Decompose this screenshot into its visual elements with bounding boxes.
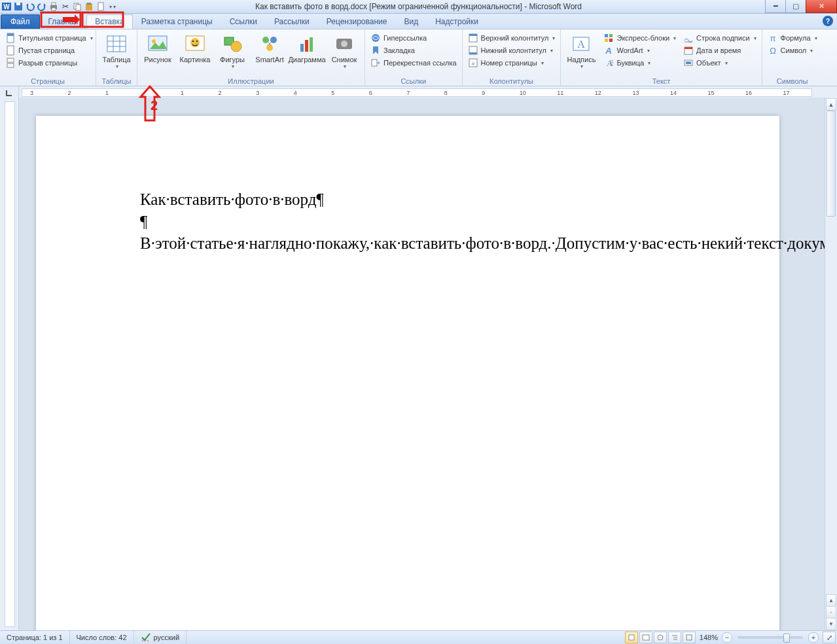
symbol-icon: Ω — [768, 45, 778, 56]
table-button[interactable]: Таблица — [99, 31, 134, 77]
page-viewport[interactable]: Как·вставить·фото·в·ворд¶ ¶ В·этой·стать… — [19, 98, 825, 631]
clipart-button[interactable]: Картинка — [177, 31, 213, 77]
tab-references[interactable]: Ссылки — [221, 14, 266, 29]
wordart-icon: A — [603, 45, 614, 56]
bookmark-button[interactable]: Закладка — [368, 45, 459, 56]
object-browse-prev[interactable]: ▲ — [826, 594, 836, 607]
header-button[interactable]: Верхний колонтитул — [465, 32, 558, 44]
zoom-in-button[interactable]: + — [808, 632, 819, 643]
scroll-thumb[interactable] — [827, 111, 836, 217]
group-links: Гиперссылка Закладка Перекрестная ссылка… — [365, 29, 463, 86]
view-web[interactable] — [654, 632, 667, 643]
zoom-slider[interactable] — [738, 636, 803, 639]
crossref-button[interactable]: Перекрестная ссылка — [368, 57, 459, 69]
status-words[interactable]: Число слов: 42 — [70, 631, 134, 644]
help-icon[interactable]: ? — [823, 16, 833, 26]
ribbon: Титульная страница Пустая страница Разры… — [0, 29, 837, 86]
scroll-up-button[interactable]: ▲ — [826, 98, 836, 111]
doc-paragraph[interactable]: В·этой·статье·я·наглядно·покажу,·как·вст… — [140, 234, 740, 254]
svg-rect-50 — [605, 39, 608, 42]
close-button[interactable]: ✕ — [806, 0, 837, 13]
svg-rect-35 — [310, 37, 313, 52]
status-lang-label: русский — [154, 634, 179, 641]
footer-label: Нижний колонтитул — [481, 46, 546, 54]
svg-rect-65 — [629, 635, 634, 640]
tab-addins[interactable]: Надстройки — [427, 14, 487, 29]
vertical-scrollbar[interactable]: ▲ ▲ ◦ ▼ — [825, 98, 837, 631]
shapes-button[interactable]: Фигуры — [215, 31, 250, 77]
object-browse-select[interactable]: ◦ — [826, 606, 836, 618]
page-break-icon — [5, 58, 16, 68]
svg-rect-39 — [372, 60, 377, 66]
datetime-button[interactable]: Дата и время — [681, 45, 758, 56]
page-break-button[interactable]: Разрыв страницы — [3, 57, 93, 69]
maximize-button[interactable]: ▢ — [785, 0, 806, 13]
tab-mailings[interactable]: Рассылки — [266, 14, 318, 29]
tab-page-layout[interactable]: Разметка страницы — [133, 14, 221, 29]
svg-rect-3 — [16, 3, 20, 5]
tab-view[interactable]: Вид — [395, 14, 427, 29]
quickparts-button[interactable]: Экспресс-блоки — [601, 32, 679, 44]
tab-home[interactable]: Главная — [40, 14, 87, 29]
view-fullscreen[interactable] — [639, 632, 652, 643]
paste-icon[interactable] — [84, 1, 94, 12]
minimize-button[interactable]: ━ — [765, 0, 786, 13]
bookmark-label: Закладка — [383, 46, 415, 54]
svg-rect-11 — [98, 3, 103, 10]
doc-icon[interactable] — [96, 1, 106, 12]
group-illustrations: Рисунок Картинка Фигуры SmartArt Диаграм… — [137, 29, 365, 86]
view-outline[interactable] — [668, 632, 681, 643]
svg-point-26 — [192, 41, 194, 42]
zoom-percent[interactable]: 148% — [700, 634, 718, 641]
cover-page-button[interactable]: Титульная страница — [3, 32, 93, 44]
svg-point-27 — [196, 41, 198, 42]
smartart-button[interactable]: SmartArt — [252, 31, 287, 77]
zoom-fit-button[interactable]: ⤢ — [823, 632, 836, 643]
group-hf-label: Колонтитулы — [465, 77, 558, 86]
svg-point-38 — [372, 34, 380, 42]
view-print-layout[interactable] — [625, 632, 638, 643]
redo-icon[interactable] — [37, 1, 47, 12]
pagenum-button[interactable]: #Номер страницы — [465, 57, 558, 69]
dropcap-button[interactable]: AБуквица — [601, 57, 679, 69]
qat-dropdown-icon[interactable]: ▾ — [107, 1, 118, 12]
print-icon[interactable] — [48, 1, 59, 12]
blank-page-button[interactable]: Пустая страница — [3, 45, 93, 56]
page-content[interactable]: Как·вставить·фото·в·ворд¶ ¶ В·этой·стать… — [140, 190, 740, 256]
tab-insert[interactable]: Вставка — [86, 14, 133, 29]
wordart-button[interactable]: AWordArt — [601, 45, 679, 56]
formula-button[interactable]: πФормула — [765, 32, 820, 44]
tab-review[interactable]: Рецензирование — [318, 14, 396, 29]
undo-icon[interactable] — [25, 1, 35, 12]
shapes-icon — [222, 33, 243, 54]
symbol-button[interactable]: ΩСимвол — [765, 45, 820, 56]
copy-icon[interactable] — [72, 1, 82, 12]
sigline-button[interactable]: Строка подписи — [681, 32, 758, 44]
object-browse-next[interactable]: ▼ — [826, 618, 836, 630]
zoom-knob[interactable] — [783, 634, 790, 643]
save-icon[interactable] — [13, 1, 24, 12]
zoom-out-button[interactable]: − — [722, 632, 732, 643]
view-draft[interactable] — [683, 632, 696, 643]
cut-icon[interactable]: ✂ — [60, 1, 71, 12]
status-page[interactable]: Страница: 1 из 1 — [0, 631, 70, 644]
clipart-icon — [185, 33, 205, 54]
screenshot-button[interactable]: Снимок — [327, 31, 362, 77]
pagenum-icon: # — [468, 58, 478, 68]
status-lang[interactable]: русский — [134, 631, 187, 644]
picture-icon — [147, 33, 168, 54]
hyperlink-icon — [370, 33, 381, 43]
footer-button[interactable]: Нижний колонтитул — [465, 45, 558, 56]
svg-text:A: A — [578, 39, 586, 50]
hyperlink-button[interactable]: Гиперссылка — [368, 32, 459, 44]
object-button[interactable]: Объект — [681, 57, 758, 69]
textbox-button[interactable]: A Надпись — [563, 31, 599, 77]
doc-line-2[interactable]: ¶ — [140, 212, 740, 232]
picture-button[interactable]: Рисунок — [140, 31, 175, 77]
tab-file[interactable]: Файл — [1, 14, 40, 29]
chart-button[interactable]: Диаграмма — [289, 31, 325, 77]
group-symbols: πФормула ΩСимвол Символы — [762, 29, 823, 86]
vertical-ruler[interactable] — [0, 98, 19, 631]
spellcheck-icon — [141, 632, 151, 643]
doc-line-1[interactable]: Как·вставить·фото·в·ворд¶ — [140, 190, 740, 210]
